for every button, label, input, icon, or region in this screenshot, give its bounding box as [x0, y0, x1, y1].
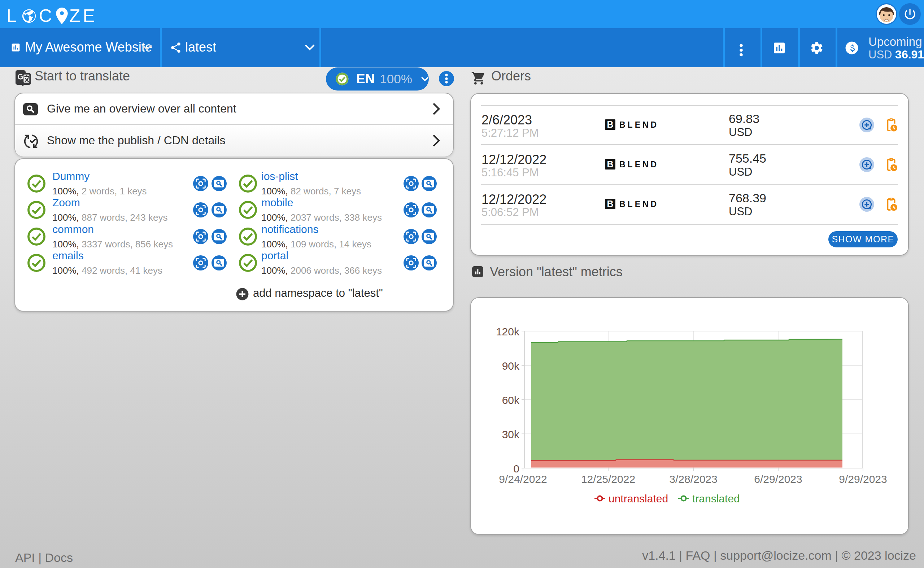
svg-text:6/29/2023: 6/29/2023: [754, 473, 802, 485]
svg-text:9/29/2023: 9/29/2023: [839, 473, 887, 485]
svg-text:120k: 120k: [496, 326, 520, 338]
svg-text:30k: 30k: [502, 428, 520, 440]
svg-text:3/28/2023: 3/28/2023: [669, 473, 717, 485]
svg-text:9/24/2022: 9/24/2022: [499, 473, 547, 485]
svg-text:12/25/2022: 12/25/2022: [581, 473, 635, 485]
svg-text:untranslated: untranslated: [609, 492, 668, 505]
svg-text:90k: 90k: [502, 360, 520, 372]
svg-text:60k: 60k: [502, 394, 520, 406]
svg-text:translated: translated: [692, 492, 740, 505]
